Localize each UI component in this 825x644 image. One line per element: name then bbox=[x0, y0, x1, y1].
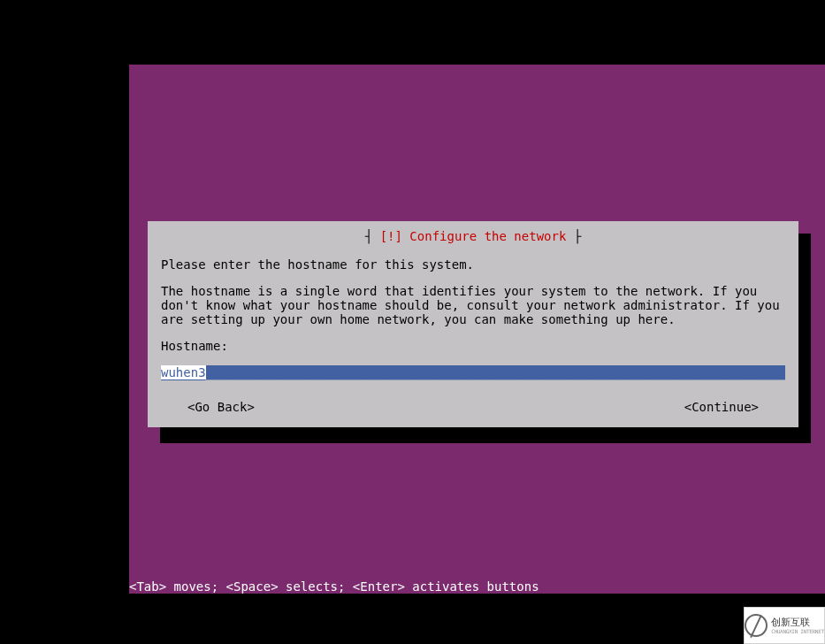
input-underline: ________________________________________… bbox=[206, 365, 785, 380]
configure-network-dialog: [!] Configure the network Please enter t… bbox=[148, 221, 798, 427]
watermark-brand: 创新互联 bbox=[771, 617, 824, 627]
dialog-title: [!] Configure the network bbox=[362, 229, 584, 243]
dialog-description: The hostname is a single word that ident… bbox=[161, 284, 785, 326]
dialog-wrap: [!] Configure the network Please enter t… bbox=[148, 221, 809, 427]
buttons-row: <Go Back> <Continue> bbox=[161, 400, 785, 414]
dialog-prompt: Please enter the hostname for this syste… bbox=[161, 257, 785, 272]
hostname-label: Hostname: bbox=[161, 339, 785, 353]
continue-button[interactable]: <Continue> bbox=[684, 400, 759, 414]
watermark-sub: CHUANGXIN INTERNET bbox=[771, 628, 824, 634]
hostname-input[interactable]: wuhen3__________________________________… bbox=[161, 365, 785, 380]
hostname-value: wuhen3 bbox=[161, 365, 206, 380]
help-bar: <Tab> moves; <Space> selects; <Enter> ac… bbox=[129, 578, 825, 594]
watermark-text-wrap: 创新互联 CHUANGXIN INTERNET bbox=[771, 617, 824, 633]
go-back-button[interactable]: <Go Back> bbox=[187, 400, 255, 414]
dialog-body: Please enter the hostname for this syste… bbox=[161, 245, 785, 414]
watermark-logo-icon bbox=[745, 614, 768, 637]
watermark: 创新互联 CHUANGXIN INTERNET bbox=[744, 607, 825, 644]
dialog-title-row: [!] Configure the network bbox=[161, 229, 785, 245]
